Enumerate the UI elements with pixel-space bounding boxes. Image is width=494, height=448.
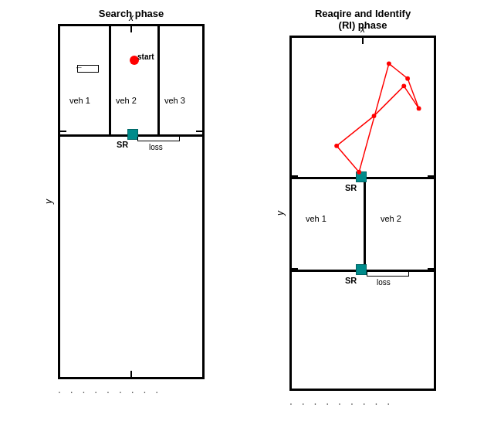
ri-dots: . . . . . . . . .	[289, 395, 436, 407]
tick-top-search	[130, 26, 132, 32]
sr-marker-ri-top	[356, 171, 367, 182]
sr-marker-ri-bot	[356, 264, 367, 275]
svg-point-4	[417, 107, 421, 111]
svg-point-6	[387, 61, 391, 66]
lane-div-ri	[364, 179, 366, 270]
sr-text-ri-top: SR	[345, 183, 357, 192]
loss-line-ri	[367, 276, 409, 277]
search-y-label: y	[43, 199, 54, 204]
tick-left-search	[60, 131, 66, 132]
loss-line-right	[179, 137, 180, 141]
search-dots: . . . . . . . . .	[58, 383, 205, 395]
svg-point-2	[372, 114, 377, 118]
loss-line-top	[137, 141, 180, 141]
svg-point-3	[401, 83, 406, 88]
tick-right-search	[196, 131, 202, 132]
search-phase-area: x y veh 1 veh 2	[58, 24, 205, 395]
arrow-left-search: ←	[75, 63, 83, 72]
loss-label-ri: loss	[377, 278, 391, 287]
loss-line-ri-l	[367, 272, 367, 276]
loss-label-search: loss	[149, 143, 163, 151]
svg-point-5	[405, 76, 410, 81]
loss-line-ri-r	[408, 272, 409, 276]
veh3-label-search: veh 3	[164, 96, 185, 105]
veh2-label-search: veh 2	[116, 96, 137, 105]
veh1-label-ri: veh 1	[306, 214, 327, 223]
ri-phase-area: x y SR	[289, 36, 436, 407]
search-x-label: x	[129, 12, 134, 23]
sr-marker-search	[127, 129, 138, 140]
svg-point-1	[334, 144, 339, 148]
lane-div-1-search	[109, 26, 111, 137]
sr-text-ri-bot: SR	[345, 276, 357, 285]
ri-x-label: x	[360, 24, 365, 35]
veh1-label-search: veh 1	[69, 96, 90, 105]
ri-phase-diagram: Reaqire and Identify (RI) phase x y	[289, 8, 436, 407]
tick-bottom-search	[130, 371, 132, 377]
loss-line-left	[137, 137, 138, 141]
ri-path-svg	[292, 38, 434, 389]
search-phase-diagram: Search phase x y	[58, 8, 205, 395]
sr-text-search: SR	[117, 140, 128, 149]
ri-y-label: y	[275, 211, 286, 216]
ri-outer-box: x y SR	[289, 36, 436, 391]
veh2-label-ri: veh 2	[381, 214, 401, 223]
main-container: Search phase x y	[0, 0, 494, 448]
start-label-search: start	[137, 53, 154, 61]
search-outer-box: x y veh 1 veh 2	[58, 24, 205, 379]
tick-top-ri	[362, 38, 364, 44]
lane-div-2-search	[157, 26, 160, 137]
